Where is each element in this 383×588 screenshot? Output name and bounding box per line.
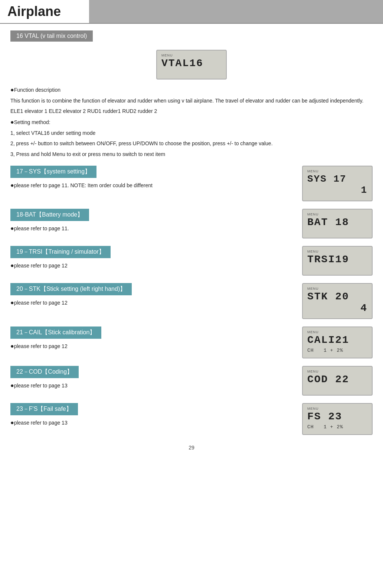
page-title: Airplane xyxy=(0,0,89,23)
lcd-cod22-line1: COD 22 xyxy=(307,374,367,386)
section-stk20-right: MENU STK 20 4 xyxy=(302,283,373,319)
section-fs23-left: 23－F'S【Fail safe】 ●please refer to page … xyxy=(10,403,291,429)
lcd-fs23: MENU FS 23 CH 1 + 2% xyxy=(302,403,373,435)
lcd-cali21-line1: CALI21 xyxy=(307,335,367,346)
stk20-bullet: ●please refer to page 12 xyxy=(10,298,291,307)
lcd-sys17: MENU SYS 17 1 xyxy=(302,166,373,201)
section-cali21: 21－CAIL【Stick calibration】 ●please refer… xyxy=(10,327,373,358)
lcd-sys17-line2: 1 xyxy=(307,185,367,196)
section-vtal16: 16 VTAL (v tail mix control) MENU VTAL16… xyxy=(10,30,373,158)
lcd-sys17-line1: SYS 17 xyxy=(307,174,367,185)
header-gray-bar xyxy=(89,0,383,23)
section-sys17-right: MENU SYS 17 1 xyxy=(302,166,373,201)
lcd-fs23-line1: FS 23 xyxy=(307,411,367,423)
lcd-fs23-sub: CH 1 + 2% xyxy=(307,424,367,430)
lcd-trsi19-line1: TRSI19 xyxy=(307,254,367,266)
section-trsi19-left: 19－TRSI【Training / simulator】 ●please re… xyxy=(10,246,291,272)
section-header-bat18: 18-BAT【Battery mode】 xyxy=(10,209,89,221)
lcd-stk20-line2: 4 xyxy=(307,303,367,314)
lcd-bat18-line1: BAT 18 xyxy=(307,217,367,228)
vtal16-desc2: ELE1 elevator 1 ELE2 elevator 2 RUD1 rud… xyxy=(10,107,373,115)
cod22-bullet: ●please refer to page 13 xyxy=(10,381,291,390)
bullet-dot2: ● xyxy=(10,119,14,125)
lcd-stk20-line1: STK 20 xyxy=(307,291,367,303)
section-bat18-right: MENU BAT 18 xyxy=(302,209,373,238)
sys17-bullet: ●please refer to page 11. NOTE: Item ord… xyxy=(10,181,291,190)
bat18-bullet: ●please refer to page 11. xyxy=(10,224,291,233)
lcd-cali21-menu: MENU xyxy=(307,330,367,334)
section-bat18: 18-BAT【Battery mode】 ●please refer to pa… xyxy=(10,209,373,238)
lcd-cali21: MENU CALI21 CH 1 + 2% xyxy=(302,327,373,358)
lcd-cod22-menu: MENU xyxy=(307,370,367,373)
lcd-stk20-menu: MENU xyxy=(307,287,367,290)
lcd-cali21-ch-label: CH xyxy=(307,348,314,353)
vtal16-bullet2: ●Setting method: xyxy=(10,118,373,127)
lcd-fs23-menu: MENU xyxy=(307,407,367,410)
lcd-bat18: MENU BAT 18 xyxy=(302,209,373,238)
section-sys17-left: 17－SYS【system setting】 ●please refer to … xyxy=(10,166,291,192)
section-sys17: 17－SYS【system setting】 ●please refer to … xyxy=(10,166,373,201)
section-stk20-left: 20－STK【Stick setting (left right hand)】 … xyxy=(10,283,291,309)
vtal16-step1: 1, select VTAL16 under setting mode xyxy=(10,129,373,137)
lcd-trsi19-menu: MENU xyxy=(307,250,367,253)
main-content: 16 VTAL (v tail mix control) MENU VTAL16… xyxy=(0,24,383,460)
page-number: 29 xyxy=(10,442,373,453)
vtal16-step2: 2, press +/- button to switch between ON… xyxy=(10,139,373,147)
section-stk20: 20－STK【Stick setting (left right hand)】 … xyxy=(10,283,373,319)
lcd-vtal16: MENU VTAL16 xyxy=(156,50,227,79)
lcd-trsi19: MENU TRSI19 xyxy=(302,246,373,276)
lcd-fs23-ch-label: CH xyxy=(307,424,314,430)
lcd-sys17-menu: MENU xyxy=(307,169,367,173)
section-header-sys17: 17－SYS【system setting】 xyxy=(10,166,96,178)
vtal-display-area: MENU VTAL16 xyxy=(10,50,373,79)
section-header-cod22: 22－COD【Coding】 xyxy=(10,366,79,378)
lcd-stk20: MENU STK 20 4 xyxy=(302,283,373,319)
cali21-bullet: ●please refer to page 12 xyxy=(10,342,291,351)
lcd-fs23-sub-text: 1 + 2% xyxy=(324,424,343,430)
section-header-cali21: 21－CAIL【Stick calibration】 xyxy=(10,327,101,339)
section-cod22-left: 22－COD【Coding】 ●please refer to page 13 xyxy=(10,366,291,392)
section-header-vtal16: 16 VTAL (v tail mix control) xyxy=(10,30,93,42)
section-cali21-left: 21－CAIL【Stick calibration】 ●please refer… xyxy=(10,327,291,353)
vtal16-step3: 3, Press and hold Menu to exit or press … xyxy=(10,150,373,158)
section-cod22-right: MENU COD 22 xyxy=(302,366,373,396)
page-header: Airplane xyxy=(0,0,383,24)
section-header-trsi19: 19－TRSI【Training / simulator】 xyxy=(10,246,111,258)
section-fs23-right: MENU FS 23 CH 1 + 2% xyxy=(302,403,373,435)
section-fs23: 23－F'S【Fail safe】 ●please refer to page … xyxy=(10,403,373,435)
section-trsi19: 19－TRSI【Training / simulator】 ●please re… xyxy=(10,246,373,276)
lcd-cod22: MENU COD 22 xyxy=(302,366,373,396)
lcd-vtal16-menu: MENU xyxy=(161,53,222,57)
section-bat18-left: 18-BAT【Battery mode】 ●please refer to pa… xyxy=(10,209,291,235)
fs23-bullet: ●please refer to page 13 xyxy=(10,418,291,427)
lcd-vtal16-text: VTAL16 xyxy=(161,58,222,69)
bullet-dot: ● xyxy=(10,87,14,93)
vtal16-bullet1: ●Function description xyxy=(10,85,373,94)
section-trsi19-right: MENU TRSI19 xyxy=(302,246,373,276)
section-cod22: 22－COD【Coding】 ●please refer to page 13 … xyxy=(10,366,373,396)
section-header-stk20: 20－STK【Stick setting (left right hand)】 xyxy=(10,283,132,295)
lcd-cali21-sub-text: 1 + 2% xyxy=(324,348,343,353)
lcd-cali21-sub: CH 1 + 2% xyxy=(307,348,367,353)
section-header-fs23: 23－F'S【Fail safe】 xyxy=(10,403,78,415)
section-cali21-right: MENU CALI21 CH 1 + 2% xyxy=(302,327,373,358)
lcd-bat18-menu: MENU xyxy=(307,212,367,216)
trsi19-bullet: ●please refer to page 12 xyxy=(10,261,291,270)
vtal16-desc1: This function is to combine the function… xyxy=(10,97,373,105)
